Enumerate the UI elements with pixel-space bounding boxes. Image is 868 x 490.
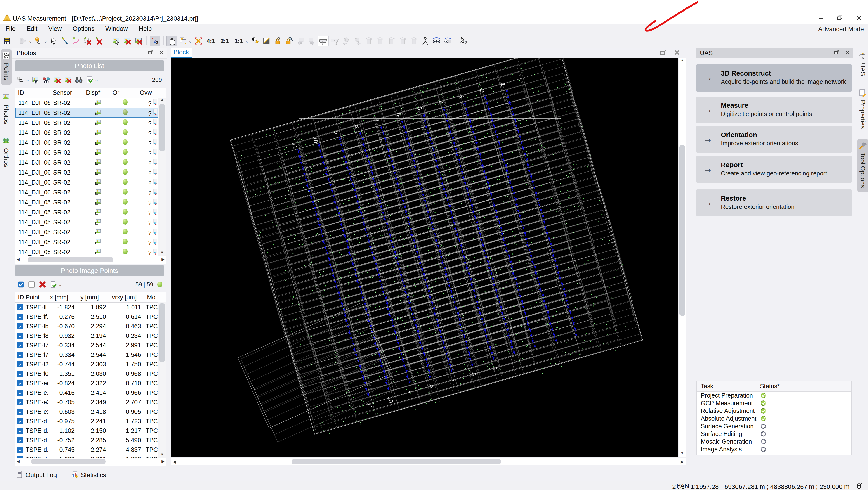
zoom-1-1-label[interactable]: 1:1	[235, 37, 243, 44]
menu-file[interactable]: File	[0, 24, 21, 33]
tab-block[interactable]: Block	[170, 48, 192, 57]
photo-row-selected[interactable]: 114_DJI_0680SR-02?	[15, 108, 166, 118]
stereo-eyes-button[interactable]	[431, 36, 442, 46]
point-checkbox[interactable]	[17, 351, 23, 358]
display-photo-icon[interactable]	[84, 158, 110, 167]
photo-row[interactable]: 114_DJI_0640SR-02?	[15, 148, 166, 158]
menu-view[interactable]: View	[43, 24, 67, 33]
photo-delete-tool[interactable]	[122, 36, 132, 46]
rotate-ccw-button[interactable]	[386, 36, 397, 46]
stereo-glasses-button[interactable]	[318, 35, 329, 47]
uas-action-3d-reconstruct[interactable]: → 3D Reconstruct Acquire tie-points and …	[696, 64, 852, 92]
photo-check-list-button[interactable]	[85, 75, 95, 85]
point-row[interactable]: TSPE-e...-0.4162.4140.966TPC	[15, 388, 166, 398]
select-cursor-tool[interactable]	[49, 36, 59, 46]
display-photo-icon[interactable]	[84, 109, 110, 117]
uas-action-measure[interactable]: → Measure Digitize tie points or control…	[696, 97, 852, 123]
points-col-mo[interactable]: Mo	[144, 293, 158, 302]
display-photo-icon[interactable]	[84, 168, 110, 177]
point-row[interactable]: TSPE-d...-1.1022.1501.217TPC	[15, 426, 166, 435]
point-row[interactable]: TSPE-ee...-0.8242.3220.710TPC	[15, 378, 166, 388]
stereo-glasses-swap-button[interactable]: S	[330, 36, 340, 46]
photo-row[interactable]: 114_DJI_0580SR-02?	[15, 207, 166, 217]
zoom-4-1-label[interactable]: 4:1	[207, 37, 215, 44]
point-row[interactable]: TSPE-e3...-0.7052.3492.707TPC	[15, 398, 166, 407]
photo-row[interactable]: 114_DJI_0590SR-02?	[15, 197, 166, 207]
chevron-down-icon[interactable]: ⌄	[188, 38, 192, 43]
uas-action-report[interactable]: → Report Create and view geo-referencing…	[696, 156, 852, 183]
chevron-down-icon[interactable]: ⌄	[43, 38, 48, 43]
display-photo-icon[interactable]	[84, 148, 110, 157]
point-row[interactable]: TSPE-d...-0.9752.2411.723TPC	[15, 417, 166, 426]
chevron-down-icon[interactable]: ⌄	[26, 77, 30, 83]
display-photo-icon[interactable]	[84, 99, 110, 108]
point-row[interactable]: TSPE-d...-0.7452.2744.837TPC	[15, 445, 166, 455]
point-row[interactable]: TSPE-f7...-0.3342.5441.546TPC	[15, 350, 166, 360]
rotate-right-button[interactable]	[375, 36, 385, 46]
float-panel-icon[interactable]	[834, 50, 839, 56]
overlay-views-button[interactable]	[178, 36, 188, 46]
display-photo-icon[interactable]	[84, 218, 110, 227]
uncheck-all-button[interactable]	[27, 279, 37, 289]
photo-list-add-tool[interactable]	[16, 75, 26, 85]
photo-row[interactable]: 114_DJI_0610SR-02?	[15, 178, 166, 187]
point-checkbox[interactable]	[17, 371, 23, 377]
context-help-button[interactable]: ?	[459, 36, 469, 46]
chevron-down-icon[interactable]: ⌄	[95, 77, 98, 83]
close-view-icon[interactable]	[673, 49, 681, 57]
minimize-button[interactable]: –	[816, 13, 826, 23]
rotate-reset-button[interactable]	[409, 36, 419, 46]
point-checkbox[interactable]	[17, 314, 23, 320]
float-panel-icon[interactable]	[148, 50, 153, 56]
check-all-button[interactable]	[16, 279, 26, 289]
photo-row[interactable]: 114_DJI_0650SR-02?	[15, 138, 166, 148]
display-photo-icon[interactable]	[84, 208, 110, 217]
prev-photo-button[interactable]	[295, 36, 306, 46]
photo-show-button[interactable]	[31, 75, 40, 85]
photo-row[interactable]: 114_DJI_0620SR-02?	[15, 167, 166, 178]
photo-list-horizontal-scrollbar[interactable]: ◀ ▶	[15, 256, 166, 264]
photo-col-ovw[interactable]: Ovw	[137, 88, 157, 98]
track-line-tool[interactable]	[71, 36, 81, 46]
lock-zoom-button[interactable]	[284, 36, 294, 46]
menu-edit[interactable]: Edit	[21, 24, 43, 33]
point-checkbox[interactable]	[17, 399, 23, 405]
photo-remove-all-button[interactable]	[63, 75, 73, 85]
point-row[interactable]: TSPE-ff...-1.8241.8921.011TPC	[15, 303, 166, 312]
globe-prev-button[interactable]	[341, 36, 351, 46]
delete-points-button[interactable]	[37, 279, 48, 289]
photo-row[interactable]: 114_DJI_0540SR-02?	[15, 247, 166, 256]
display-photo-icon[interactable]	[84, 248, 110, 256]
canvas-horizontal-scrollbar[interactable]: ◀ ▶	[170, 458, 686, 465]
rotate-left-button[interactable]	[364, 36, 374, 46]
sidebar-tab-points[interactable]: Points	[1, 49, 11, 85]
delete-region-tool[interactable]	[82, 36, 93, 46]
display-photo-icon[interactable]	[84, 228, 110, 237]
point-row[interactable]: TSPE-f8...-0.9322.1940.234TPC	[15, 331, 166, 340]
point-checkbox[interactable]	[17, 447, 23, 453]
task-col-task[interactable]: Task	[697, 381, 756, 391]
display-photo-icon[interactable]	[84, 139, 110, 147]
photo-col-id[interactable]: ID	[15, 88, 50, 98]
point-checkbox[interactable]	[17, 418, 23, 424]
chevron-down-icon[interactable]: ⌄	[58, 282, 62, 287]
block-view-canvas[interactable]	[170, 58, 678, 457]
display-photo-icon[interactable]	[84, 178, 110, 187]
point-checkbox[interactable]	[17, 380, 23, 387]
point-checkbox[interactable]	[17, 342, 23, 348]
menu-window[interactable]: Window	[100, 24, 133, 33]
photo-list-vertical-scrollbar[interactable]: ▲ ▼	[158, 98, 166, 256]
survey-station-button[interactable]	[420, 36, 430, 46]
point-checkbox[interactable]	[17, 361, 23, 367]
photo-row[interactable]: 114_DJI_0570SR-02?	[15, 217, 166, 227]
display-photo-icon[interactable]	[84, 238, 110, 247]
sidebar-tab-photos[interactable]: Photos	[1, 91, 11, 128]
globe-next-button[interactable]	[352, 36, 363, 46]
display-photo-icon[interactable]	[84, 198, 110, 207]
zoom-fit-button[interactable]	[193, 36, 204, 46]
point-row[interactable]: TSPE-f7...-0.3342.5442.991TPC	[15, 340, 166, 350]
right-tab-tool-options[interactable]: Tool Options	[857, 139, 868, 192]
uas-action-restore[interactable]: → Restore Restore exterior orientation	[696, 189, 852, 216]
point-checkbox[interactable]	[17, 304, 23, 310]
menu-options[interactable]: Options	[67, 24, 100, 33]
